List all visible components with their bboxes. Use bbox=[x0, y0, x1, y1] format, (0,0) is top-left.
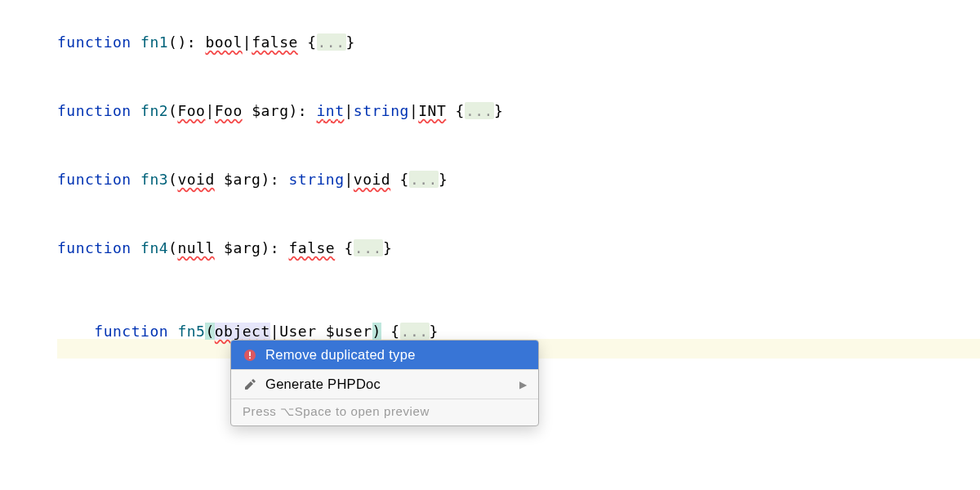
keyword-function: function bbox=[57, 239, 131, 256]
submenu-arrow-icon: ▶ bbox=[519, 379, 527, 390]
code-line[interactable]: function fn2(Foo|Foo $arg): int|string|I… bbox=[57, 104, 980, 123]
svg-rect-2 bbox=[249, 357, 251, 359]
code-fold[interactable]: ... bbox=[409, 171, 439, 188]
keyword-function: function bbox=[94, 323, 168, 340]
error-circle-icon bbox=[243, 348, 257, 363]
code-line[interactable]: function fn4(null $arg): false {...} bbox=[57, 241, 980, 261]
param-type: object bbox=[215, 323, 270, 340]
param-type: null bbox=[177, 239, 214, 256]
param-name: $user bbox=[326, 323, 372, 340]
svg-rect-1 bbox=[249, 351, 251, 355]
return-type: void bbox=[354, 171, 390, 188]
param-type: Foo bbox=[215, 102, 243, 119]
keyword-function: function bbox=[57, 102, 131, 119]
function-name: fn1 bbox=[140, 33, 168, 51]
code-line[interactable]: function fn1(): bool|false {...} bbox=[57, 35, 980, 55]
return-type: string bbox=[354, 102, 409, 119]
intention-remove-duplicated-type[interactable]: Remove duplicated type bbox=[231, 341, 538, 369]
code-fold[interactable]: ... bbox=[354, 239, 383, 256]
return-type: string bbox=[288, 171, 344, 188]
return-type: bool bbox=[205, 33, 242, 51]
code-fold[interactable]: ... bbox=[317, 33, 346, 51]
intention-generate-phpdoc[interactable]: Generate PHPDoc ▶ bbox=[231, 370, 538, 399]
intention-label: Remove duplicated type bbox=[265, 347, 527, 363]
return-type: int bbox=[317, 102, 345, 119]
keyword-function: function bbox=[57, 33, 131, 51]
code-line[interactable]: function fn3(void $arg): string|void {..… bbox=[57, 172, 980, 192]
keyword-function: function bbox=[57, 171, 131, 188]
param-name: $arg bbox=[224, 171, 261, 188]
code-fold[interactable]: ... bbox=[465, 102, 494, 119]
popup-hint: Press ⌥Space to open preview bbox=[231, 399, 538, 425]
function-name: fn5 bbox=[177, 323, 205, 340]
code-editor[interactable]: function fn1(): bool|false {...} functio… bbox=[0, 0, 980, 329]
function-name: fn4 bbox=[140, 239, 168, 256]
function-name: fn3 bbox=[140, 171, 168, 188]
intention-actions-popup: Remove duplicated type Generate PHPDoc ▶… bbox=[230, 340, 539, 426]
return-type: false bbox=[288, 239, 335, 256]
function-name: fn2 bbox=[140, 102, 168, 119]
code-line[interactable]: function fn5(object|User $user) {...} bbox=[57, 310, 980, 329]
intention-label: Generate PHPDoc bbox=[265, 376, 511, 392]
param-type: Foo bbox=[177, 102, 205, 119]
return-type: false bbox=[252, 33, 298, 51]
param-name: $arg bbox=[252, 102, 288, 119]
param-type: void bbox=[177, 171, 214, 188]
code-fold[interactable]: ... bbox=[400, 323, 430, 340]
param-name: $arg bbox=[224, 239, 261, 256]
return-type: INT bbox=[418, 102, 446, 119]
pencil-icon bbox=[243, 377, 257, 392]
param-type: User bbox=[279, 323, 316, 340]
